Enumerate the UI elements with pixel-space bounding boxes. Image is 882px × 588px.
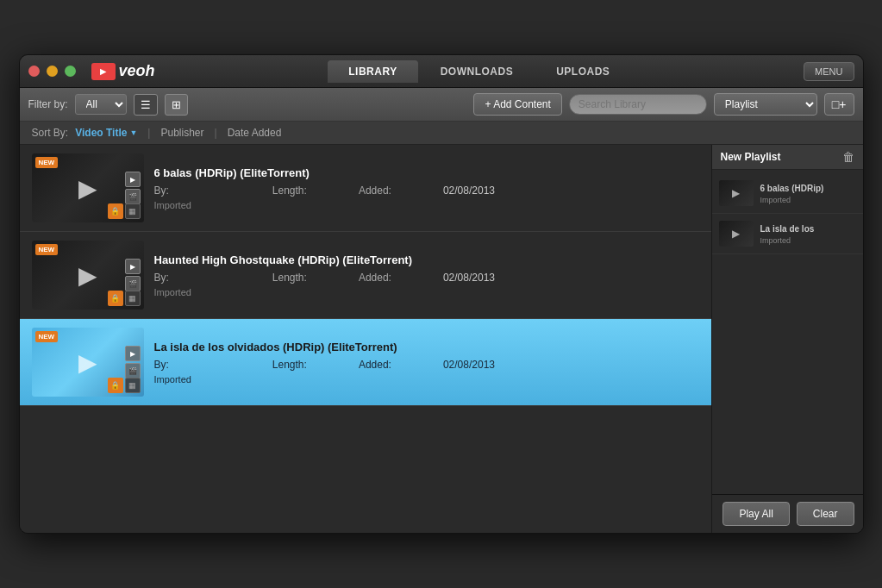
video-info-3: La isla de los olvidados (HDRip) (EliteT… xyxy=(154,341,699,385)
list-view-button[interactable]: ☰ xyxy=(134,94,158,116)
playlist-play-icon-1: ▶ xyxy=(732,187,740,199)
playlist-items: ▶ 6 balas (HDRip) Imported ▶ La isla de … xyxy=(712,170,863,494)
library-list: ▶ NEW ▶ 🎬 🔒 ▦ 6 balas (HDRip) (EliteTorr… xyxy=(20,145,712,533)
thumbnail-1: ▶ NEW ▶ 🎬 🔒 ▦ xyxy=(32,153,144,222)
thumb-bottom-icons-3: 🔒 ▦ xyxy=(108,378,141,393)
grid-view-button[interactable]: ⊞ xyxy=(165,94,188,116)
thumb-icons-3: ▶ 🎬 xyxy=(125,346,141,378)
play-all-button[interactable]: Play All xyxy=(722,502,789,526)
imported-label-3: Imported xyxy=(154,374,699,385)
menu-button[interactable]: MENU xyxy=(804,62,854,81)
filter-label: Filter by: xyxy=(28,98,68,110)
logo-text: veoh xyxy=(119,62,155,80)
lock-icon-1: 🔒 xyxy=(108,203,123,219)
filter-select[interactable]: All xyxy=(75,94,127,115)
play-icon-1: ▶ xyxy=(78,174,97,203)
thumb-icons-2: ▶ 🎬 xyxy=(125,259,141,291)
imported-label-1: Imported xyxy=(154,200,699,210)
thumbnail-3: ▶ NEW ▶ 🎬 🔒 ▦ xyxy=(32,328,144,397)
added-label-2: Added: xyxy=(359,272,391,284)
playlist-item-sub-1: Imported xyxy=(760,196,856,204)
video-meta-1: By: Length: Added: 02/08/2013 xyxy=(154,185,699,197)
new-badge-1: NEW xyxy=(35,157,59,168)
logo-icon: ▶ xyxy=(91,63,116,80)
length-label-1: Length: xyxy=(272,185,307,197)
filmstrip-icon-1: ▦ xyxy=(125,203,141,219)
added-label-3: Added: xyxy=(359,359,391,371)
play-icon-2: ▶ xyxy=(78,261,97,290)
by-label-1: By: xyxy=(154,185,169,197)
playlist-info-2: La isla de los Imported xyxy=(760,223,856,245)
maximize-button[interactable] xyxy=(65,66,76,77)
tab-library[interactable]: LIBRARY xyxy=(328,60,417,83)
playlist-select[interactable]: Playlist xyxy=(714,93,817,116)
added-label-1: Added: xyxy=(359,185,391,197)
logo: ▶ veoh xyxy=(91,62,155,80)
table-row[interactable]: ▶ NEW ▶ 🎬 🔒 ▦ 6 balas (HDRip) (EliteTorr… xyxy=(20,145,711,232)
added-value-2: 02/08/2013 xyxy=(443,272,495,284)
add-content-button[interactable]: + Add Content xyxy=(473,93,561,116)
lock-icon-3: 🔒 xyxy=(108,378,123,393)
sort-sep-1: | xyxy=(147,127,150,139)
length-label-2: Length: xyxy=(272,272,307,284)
add-playlist-button[interactable]: □+ xyxy=(824,93,854,116)
filmstrip-icon-2: ▦ xyxy=(125,291,141,306)
thumbnail-2: ▶ NEW ▶ 🎬 🔒 ▦ xyxy=(32,241,144,310)
video-title-1: 6 balas (HDRip) (EliteTorrent) xyxy=(154,166,699,179)
sort-video-title[interactable]: Video Title xyxy=(75,127,137,139)
video-title-2: Haunted High Ghostquake (HDRip) (EliteTo… xyxy=(154,253,699,266)
playlist-thumb-1: ▶ xyxy=(719,180,754,206)
nav-tabs: LIBRARY DOWNLOADS UPLOADS xyxy=(162,60,798,83)
table-row[interactable]: ▶ NEW ▶ 🎬 🔒 ▦ La isla de los olvidados (… xyxy=(20,319,711,406)
tab-uploads[interactable]: UPLOADS xyxy=(535,60,630,83)
playlist-play-icon-2: ▶ xyxy=(732,228,740,240)
playlist-item-title-2: La isla de los xyxy=(760,223,856,235)
playlist-bottom-bar: Play All Clear xyxy=(712,494,863,533)
minimize-button[interactable] xyxy=(47,66,58,77)
list-item[interactable]: ▶ La isla de los Imported xyxy=(712,214,863,254)
video-meta-2: By: Length: Added: 02/08/2013 xyxy=(154,272,699,284)
clear-button[interactable]: Clear xyxy=(797,502,854,526)
new-badge-3: NEW xyxy=(35,331,59,342)
playlist-title: New Playlist xyxy=(721,151,781,163)
video-meta-3: By: Length: Added: 02/08/2013 xyxy=(154,359,699,371)
film-icon-1[interactable]: 🎬 xyxy=(125,189,141,204)
film-icon-2[interactable]: 🎬 xyxy=(125,276,141,291)
sort-date-added[interactable]: Date Added xyxy=(228,127,282,139)
video-info-2: Haunted High Ghostquake (HDRip) (EliteTo… xyxy=(154,253,699,297)
tab-downloads[interactable]: DOWNLOADS xyxy=(420,60,535,83)
video-info-1: 6 balas (HDRip) (EliteTorrent) By: Lengt… xyxy=(154,166,699,210)
playlist-thumb-2: ▶ xyxy=(719,221,754,247)
info-icon-2[interactable]: ▶ xyxy=(125,259,141,274)
thumb-bottom-icons-2: 🔒 ▦ xyxy=(108,291,141,306)
thumb-icons-1: ▶ 🎬 xyxy=(125,172,141,204)
search-input[interactable] xyxy=(569,94,707,115)
toolbar: Filter by: All ☰ ⊞ + Add Content Playlis… xyxy=(20,88,863,122)
info-icon-1[interactable]: ▶ xyxy=(125,172,141,187)
by-label-3: By: xyxy=(154,359,169,371)
sort-publisher[interactable]: Publisher xyxy=(160,127,203,139)
list-item[interactable]: ▶ 6 balas (HDRip) Imported xyxy=(712,173,863,214)
app-window: ▶ veoh LIBRARY DOWNLOADS UPLOADS MENU Fi… xyxy=(19,54,864,534)
lock-icon-2: 🔒 xyxy=(108,291,123,306)
thumb-bottom-icons-1: 🔒 ▦ xyxy=(108,203,141,219)
imported-label-2: Imported xyxy=(154,287,699,297)
table-row[interactable]: ▶ NEW ▶ 🎬 🔒 ▦ Haunted High Ghostquake (H… xyxy=(20,232,711,319)
film-icon-3[interactable]: 🎬 xyxy=(125,363,141,378)
playlist-info-1: 6 balas (HDRip) Imported xyxy=(760,183,856,204)
close-button[interactable] xyxy=(28,66,40,77)
info-icon-3[interactable]: ▶ xyxy=(125,346,141,361)
sort-bar: Sort By: Video Title | Publisher | Date … xyxy=(20,122,863,145)
added-value-1: 02/08/2013 xyxy=(443,185,495,197)
content-area: ▶ NEW ▶ 🎬 🔒 ▦ 6 balas (HDRip) (EliteTorr… xyxy=(20,145,863,533)
playlist-item-sub-2: Imported xyxy=(760,236,856,245)
playlist-item-title-1: 6 balas (HDRip) xyxy=(760,183,856,194)
filmstrip-icon-3: ▦ xyxy=(125,378,141,393)
playlist-header: New Playlist 🗑 xyxy=(712,145,863,170)
sort-sep-2: | xyxy=(215,127,217,139)
playlist-delete-button[interactable]: 🗑 xyxy=(842,150,854,164)
playlist-panel: New Playlist 🗑 ▶ 6 balas (HDRip) Importe… xyxy=(712,145,863,533)
titlebar: ▶ veoh LIBRARY DOWNLOADS UPLOADS MENU xyxy=(20,55,863,88)
by-label-2: By: xyxy=(154,272,169,284)
sort-label: Sort By: xyxy=(32,127,69,139)
